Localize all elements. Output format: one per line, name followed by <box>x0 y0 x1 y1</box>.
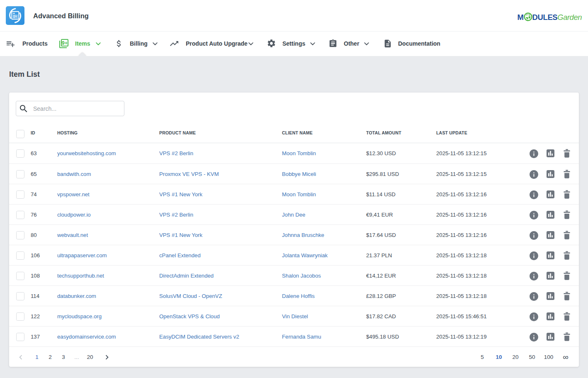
svg-text:9+: 9+ <box>62 40 68 46</box>
